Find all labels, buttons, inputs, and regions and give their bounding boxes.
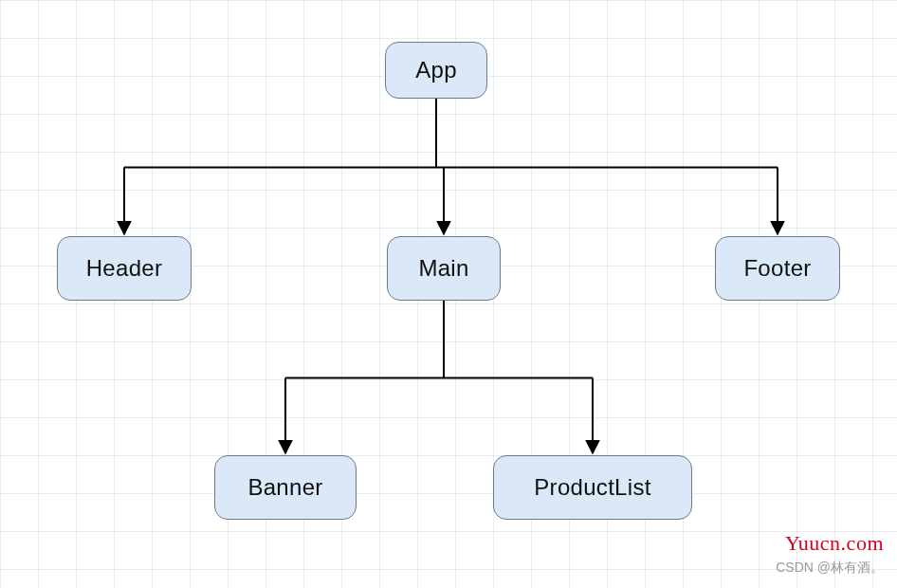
diagram-canvas: App Header Main Footer Banner ProductLis… (0, 0, 897, 588)
node-app: App (385, 42, 487, 99)
watermark-author: CSDN @林有酒。 (776, 560, 884, 577)
node-banner: Banner (214, 455, 357, 520)
node-header: Header (57, 236, 192, 301)
node-label: Main (418, 255, 468, 282)
node-productlist: ProductList (493, 455, 692, 520)
node-main: Main (387, 236, 501, 301)
node-footer: Footer (715, 236, 840, 301)
node-label: Banner (247, 474, 322, 501)
node-label: Footer (743, 255, 811, 282)
watermark-site: Yuucn.com (785, 531, 884, 556)
node-label: Header (86, 255, 163, 282)
node-label: App (415, 57, 457, 83)
node-label: ProductList (534, 474, 650, 501)
